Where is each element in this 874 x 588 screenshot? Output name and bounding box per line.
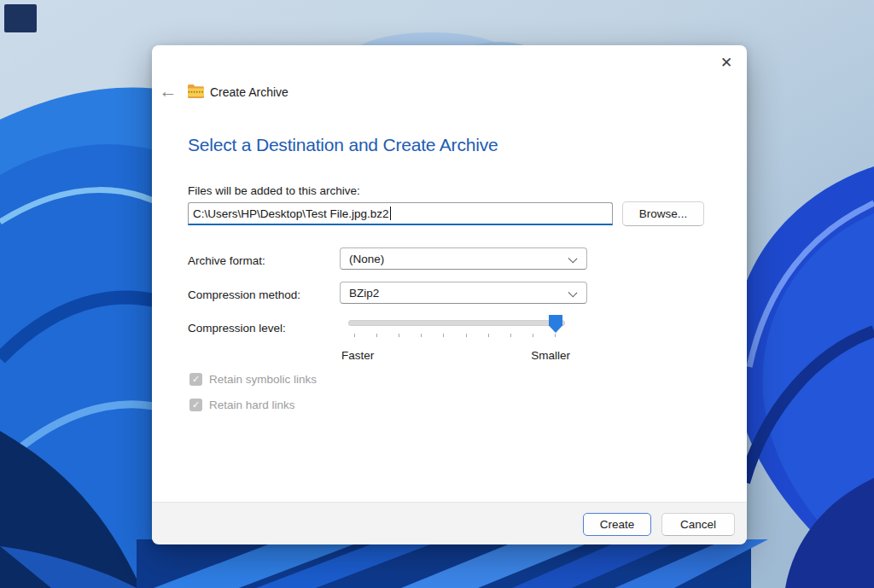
archive-format-label: Archive format: [188,254,265,267]
file-path-label: Files will be added to this archive: [188,184,360,197]
retain-symbolic-links-label: Retain symbolic links [209,373,317,386]
slider-max-label: Smaller [493,349,570,362]
compression-method-label: Compression method: [188,288,300,301]
slider-tick-marks [354,334,556,337]
slider-min-label: Faster [341,349,374,362]
browse-button[interactable]: Browse... [622,201,704,226]
compression-level-label: Compression level: [188,322,286,335]
dialog-footer: Create Cancel [152,502,747,544]
chevron-down-icon [568,254,578,264]
text-caret [390,207,391,220]
checkbox-check-icon: ✓ [189,399,202,411]
chevron-down-icon [568,288,578,298]
retain-symbolic-links-checkbox[interactable]: ✓ Retain symbolic links [189,373,317,386]
archive-format-dropdown[interactable]: (None) [340,247,587,270]
archive-folder-icon [187,84,205,98]
retain-hard-links-checkbox[interactable]: ✓ Retain hard links [189,399,295,411]
wallpaper-dark-corner [4,4,37,32]
cancel-button[interactable]: Cancel [661,513,735,536]
back-button[interactable]: ← [157,80,179,102]
compression-method-value: BZip2 [349,287,379,300]
back-arrow-icon: ← [160,81,178,102]
compression-level-slider-thumb[interactable] [549,315,562,333]
archive-path-input[interactable]: C:\Users\HP\Desktop\Test File.jpg.bz2 [188,202,613,225]
page-heading: Select a Destination and Create Archive [188,135,498,155]
archive-format-value: (None) [349,253,384,265]
retain-hard-links-label: Retain hard links [209,399,295,411]
compression-level-slider-track[interactable] [348,320,565,326]
close-button[interactable]: ✕ [712,49,741,76]
compression-method-dropdown[interactable]: BZip2 [340,282,587,304]
archive-path-value: C:\Users\HP\Desktop\Test File.jpg.bz2 [193,207,389,220]
create-button[interactable]: Create [583,513,651,536]
dialog-title: Create Archive [210,85,288,99]
create-archive-dialog: ✕ ← Create Archive Select a Destination … [152,45,747,544]
close-icon: ✕ [720,55,732,70]
checkbox-check-icon: ✓ [189,373,202,386]
